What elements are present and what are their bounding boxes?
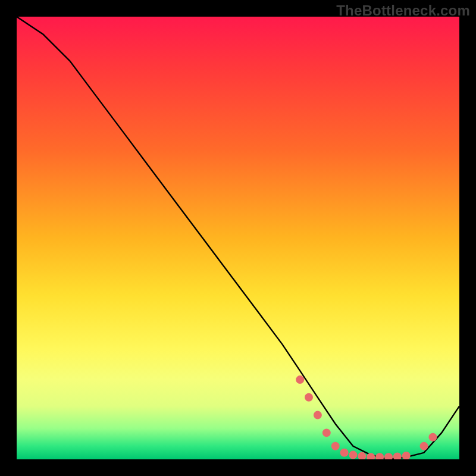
highlight-dot (296, 375, 304, 384)
highlight-dots (296, 375, 437, 459)
highlight-dot (384, 453, 393, 459)
highlight-dot (314, 411, 322, 419)
highlight-dot (340, 449, 349, 457)
curve-layer (17, 17, 459, 459)
chart-frame: TheBottleneck.com (0, 0, 476, 476)
highlight-dot (428, 433, 437, 441)
highlight-dot (420, 442, 428, 450)
highlight-dot (402, 452, 411, 459)
highlight-dot (393, 453, 402, 460)
watermark-text: TheBottleneck.com (336, 2, 470, 19)
highlight-dot (358, 452, 366, 459)
highlight-dot (349, 451, 357, 459)
highlight-dot (322, 428, 331, 437)
highlight-dot (375, 453, 384, 459)
highlight-dot (331, 442, 340, 450)
highlight-dot (305, 393, 313, 402)
bottleneck-curve (17, 17, 459, 459)
plot-area (17, 17, 459, 459)
